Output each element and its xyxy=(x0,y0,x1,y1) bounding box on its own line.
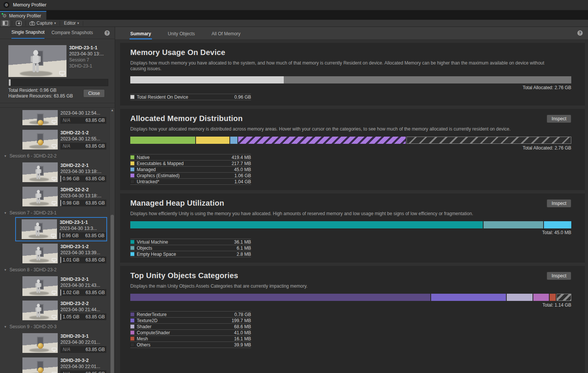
legend-row: Executables & Mapped217.7 MB xyxy=(130,161,251,167)
monitor-icon xyxy=(52,120,57,124)
back-button[interactable] xyxy=(14,20,24,27)
snapshot-info: 3DHD-23-1-12023-04-30 13:3...0.96 GB63.8… xyxy=(60,219,106,239)
snapshot-list-item[interactable]: 3DHD-23-2-12023-04-30 21:43...1.02 GB63.… xyxy=(15,274,107,298)
resident-value: 0.98 GB xyxy=(63,200,79,206)
monitor-icon xyxy=(52,315,57,319)
snapshot-thumbnail xyxy=(22,130,58,150)
bar-segment-untracked-[interactable] xyxy=(406,137,571,144)
session-header[interactable]: ▼Session 7 - 3DHD-23-1 xyxy=(0,209,109,217)
legend-table: Total Resident On Device0.96 GB xyxy=(130,94,251,100)
snapshot-list-item[interactable]: 3DHD-23-1-22023-04-30 13:39...1.01 GB63.… xyxy=(15,241,107,266)
foldout-triangle-icon[interactable]: ▼ xyxy=(4,268,7,272)
toolbar-separator xyxy=(12,21,12,26)
legend-value: 36.1 MB xyxy=(234,239,251,245)
section-top-unity-objects-categories: Top Unity Objects CategoriesInspectDispl… xyxy=(120,266,585,373)
legend-row: Virtual Machine36.1 MB xyxy=(130,239,251,245)
total-resident-label: Total Resident: 0.96 GB xyxy=(8,88,73,93)
tab-unity-objects[interactable]: Unity Objects xyxy=(167,28,196,39)
sidebar-help-icon[interactable]: ? xyxy=(104,30,110,36)
legend-row: Mesh16.1 MB xyxy=(130,336,251,342)
resident-memory-minibar xyxy=(8,79,108,86)
foldout-triangle-icon[interactable]: ▼ xyxy=(4,325,7,329)
resident-value: 1.01 GB xyxy=(63,257,79,263)
toggle-sidebar-button[interactable] xyxy=(1,20,10,27)
foldout-triangle-icon[interactable]: ▼ xyxy=(4,211,7,215)
chevron-down-icon[interactable]: ▾ xyxy=(54,21,56,25)
bar-segment-objects[interactable] xyxy=(484,221,543,228)
bar-segment-managed[interactable] xyxy=(230,137,237,144)
snapshot-name: 3DHD-23-1-1 xyxy=(69,45,104,50)
bar-segment-graphics-estimated-[interactable] xyxy=(238,137,406,144)
snapshot-list-item[interactable]: 3DHD-22-2-12023-04-30 13:18:...0.96 GB63… xyxy=(15,160,107,184)
tab-compare-snapshots[interactable]: Compare Snapshots xyxy=(51,27,93,38)
legend-row: Empty Heap Space2.8 MB xyxy=(130,251,251,257)
legend-value: 199.7 MB xyxy=(232,318,251,323)
bar-segment-shader[interactable] xyxy=(507,294,533,301)
monitor-icon xyxy=(52,177,57,181)
snapshot-thumbnail xyxy=(8,45,66,77)
document-tabstrip: ⚙ Memory Profiler xyxy=(0,10,588,20)
inspect-button[interactable]: Inspect xyxy=(547,199,571,208)
snapshot-values: N/A63.85 GB xyxy=(60,346,106,353)
inspect-button[interactable]: Inspect xyxy=(547,115,571,123)
legend-row: Graphics (Estimated)1.06 GB xyxy=(130,173,251,179)
capture-button[interactable]: Capture ▾ xyxy=(28,20,58,27)
tab-all-of-memory[interactable]: All Of Memory xyxy=(211,28,241,39)
snapshot-list-item[interactable]: 3DHD-22-1-22023-04-30 12:55...N/A63.85 G… xyxy=(15,127,107,152)
legend-value: 39.9 MB xyxy=(234,342,251,348)
editor-dropdown[interactable]: Editor ▾ xyxy=(62,20,81,27)
bar-segment-texture2d[interactable] xyxy=(431,294,506,301)
snapshot-list-item[interactable]: 3DHD-20-3-22023-04-30 22:01...N/A63.85 G… xyxy=(15,355,107,373)
section-description: Displays how your allocated memory is di… xyxy=(130,126,560,132)
sidebar-splitter[interactable] xyxy=(0,99,115,107)
resident-value: 1.02 GB xyxy=(63,290,79,295)
section-allocated-memory-distribution: Allocated Memory DistributionInspectDisp… xyxy=(120,109,585,190)
snapshot-list-item[interactable]: 3DHD-23-2-22023-04-30 21:44...1.05 GB63.… xyxy=(15,298,107,323)
legend-label: Texture2D xyxy=(137,318,158,323)
bar-segment-total-resident-on-device[interactable] xyxy=(130,76,284,83)
session-header[interactable]: ▼Session 8 - 3DHD-23-2 xyxy=(0,266,109,274)
monitor-icon xyxy=(52,291,57,295)
foldout-triangle-icon[interactable]: ▼ xyxy=(4,154,7,158)
scrollbar-thumb[interactable] xyxy=(111,215,114,373)
snapshot-values: 1.02 GB63.85 GB xyxy=(60,289,106,296)
snapshot-list-item[interactable]: 3DHD-22-2-22023-04-30 13:18:...0.98 GB63… xyxy=(15,184,107,209)
gold-ball-figure xyxy=(38,140,43,145)
inspect-button[interactable]: Inspect xyxy=(547,272,571,280)
tab-single-snapshot[interactable]: Single Snapshot xyxy=(11,27,44,39)
snapshot-list-item[interactable]: 2023-04-30 12:54...N/A63.85 GB xyxy=(15,108,107,127)
resident-value: 0.96 GB xyxy=(63,176,79,181)
snapshot-name: 3DHD-23-2-2 xyxy=(60,301,106,307)
legend-label: Executables & Mapped xyxy=(137,161,183,166)
legend-value: 41.0 MB xyxy=(234,330,251,335)
bar-segment-native[interactable] xyxy=(130,137,195,144)
session-header[interactable]: ▼Session 6 - 3DHD-22-2 xyxy=(0,152,109,160)
bar-segment-others[interactable] xyxy=(556,294,571,301)
bar-segment-mesh[interactable] xyxy=(550,294,556,301)
bar-segment-virtual-machine[interactable] xyxy=(130,221,483,228)
close-button[interactable]: Close xyxy=(83,89,105,98)
legend-label: Others xyxy=(137,342,150,348)
tab-summary[interactable]: Summary xyxy=(130,28,152,39)
bar-segment-computeshader[interactable] xyxy=(533,294,549,301)
snapshot-list-item[interactable]: 3DHD-20-3-12023-04-30 22:01...N/A63.85 G… xyxy=(15,331,107,355)
session-header[interactable]: ▼Session 9 - 3DHD-20-3 xyxy=(0,323,109,331)
editor-label: Editor xyxy=(64,20,76,26)
main-help-icon[interactable]: ? xyxy=(577,30,583,36)
bar-segment-unallocated[interactable] xyxy=(284,76,571,83)
tab-memory-profiler[interactable]: ⚙ Memory Profiler xyxy=(0,11,46,20)
legend-swatch xyxy=(130,173,134,178)
snapshot-list-item[interactable]: 3DHD-23-1-12023-04-30 13:3...0.96 GB63.8… xyxy=(15,217,107,241)
hardware-value: 63.85 GB xyxy=(85,143,105,149)
snapshot-name: 3DHD-23-1-1 xyxy=(60,219,106,225)
snapshot-list: 2023-04-30 12:54...N/A63.85 GB3DHD-22-1-… xyxy=(0,108,109,373)
section-description: Displays how efficiently Unity is using … xyxy=(130,211,560,217)
legend-row: Native419.4 MB xyxy=(130,154,251,161)
bar-segment-empty-heap-space[interactable] xyxy=(544,221,571,228)
list-scrollbar[interactable]: ▲ ▼ xyxy=(109,108,115,373)
scroll-up-icon[interactable]: ▲ xyxy=(110,108,115,113)
section-header: Top Unity Objects CategoriesInspect xyxy=(130,271,571,280)
resident-sliver xyxy=(60,290,61,296)
bar-segment-executables-mapped[interactable] xyxy=(196,137,230,144)
bar-segment-rendertexture[interactable] xyxy=(130,294,430,301)
